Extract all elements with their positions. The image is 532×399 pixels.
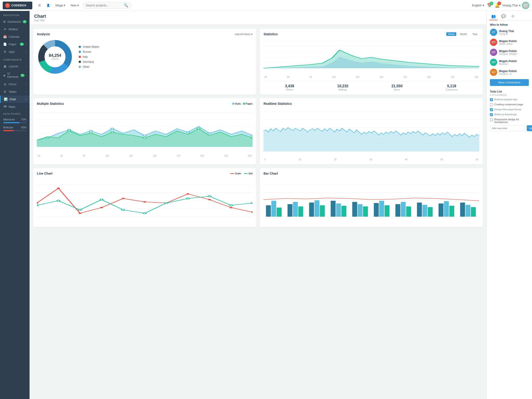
todo-check-3[interactable] bbox=[490, 108, 493, 111]
legend-dot-de bbox=[79, 61, 81, 63]
notification-btn[interactable]: 🔔 2 bbox=[495, 3, 500, 8]
topnav-mega-btn[interactable]: Mega ▾ bbox=[53, 2, 68, 8]
svg-point-48 bbox=[143, 201, 146, 203]
pages-arrow: › bbox=[26, 43, 26, 45]
svg-rect-75 bbox=[298, 206, 303, 217]
dashboard-badge: 2 bbox=[23, 20, 27, 23]
svg-rect-74 bbox=[293, 202, 298, 217]
svg-point-45 bbox=[78, 213, 81, 214]
sidebar-label-pages: Pages bbox=[9, 43, 18, 46]
follow-role-1: Designer bbox=[499, 33, 514, 35]
sidebar-item-tables[interactable]: ☰ Tables › bbox=[0, 88, 30, 95]
svg-point-59 bbox=[143, 213, 146, 214]
statistics-header: Statistics Week Month Year bbox=[264, 32, 479, 36]
stat-sellings: 10,232 Sellings bbox=[337, 84, 348, 91]
layouts-icon: ▦ bbox=[3, 64, 7, 68]
svg-point-27 bbox=[89, 133, 92, 134]
svg-rect-85 bbox=[374, 203, 379, 217]
realtime-stats-title: Realtime Statistics bbox=[264, 102, 292, 106]
svg-rect-77 bbox=[314, 200, 319, 217]
statistics-svg bbox=[264, 39, 479, 75]
tab-year[interactable]: Year bbox=[471, 32, 479, 36]
svg-rect-72 bbox=[277, 208, 282, 217]
topnav-user-icon[interactable]: 👤 bbox=[44, 2, 52, 8]
todo-item-4: Build a js based app bbox=[490, 113, 529, 116]
sidebar-item-mailbox[interactable]: ✉ Mailbox bbox=[0, 25, 30, 33]
svg-point-29 bbox=[143, 137, 146, 139]
svg-rect-97 bbox=[460, 203, 465, 217]
who-to-follow-title: Who to follow bbox=[487, 20, 532, 27]
sidebar-item-forms[interactable]: ⊟ Forms › bbox=[0, 81, 30, 88]
rp-tab-chat[interactable]: 💬 bbox=[500, 13, 508, 20]
follow-name-3: Mogen Polish bbox=[499, 50, 517, 53]
svg-point-60 bbox=[165, 202, 168, 204]
topnav-new-btn[interactable]: New ▾ bbox=[69, 2, 81, 8]
rp-tab-users[interactable]: 👥 bbox=[489, 13, 498, 20]
todo-add-button[interactable]: Add bbox=[527, 125, 532, 131]
milestone-bar-bg bbox=[3, 122, 26, 123]
line-chart-title: Line Chart bbox=[37, 172, 52, 175]
sidebar-item-apps[interactable]: ⚙ Apps › bbox=[0, 48, 30, 56]
todo-check-4[interactable] bbox=[490, 113, 493, 116]
sidebar-item-ui[interactable]: ◈ UI Elements 5 › bbox=[0, 70, 30, 81]
svg-rect-86 bbox=[379, 201, 384, 217]
todo-check-1[interactable] bbox=[490, 98, 493, 101]
todo-add-input[interactable] bbox=[490, 125, 526, 131]
multiple-stats-svg bbox=[37, 108, 253, 154]
svg-point-61 bbox=[186, 198, 189, 199]
follow-avatar-3: MP bbox=[490, 49, 497, 56]
calendar-icon: 📅 bbox=[3, 35, 7, 38]
search-input[interactable] bbox=[86, 4, 122, 7]
chart-arrow: › bbox=[26, 98, 26, 101]
realtime-svg bbox=[264, 108, 479, 158]
calendar-btn[interactable]: 📅 5 bbox=[487, 3, 492, 8]
time-selector[interactable]: Last 24 Hours ▾ bbox=[235, 33, 253, 36]
rp-tab-settings[interactable]: ⚙ bbox=[509, 13, 516, 20]
svg-point-56 bbox=[78, 209, 81, 210]
sidebar: Navigation ⊞ Dashboard 2 › ✉ Mailbox 📅 C… bbox=[0, 11, 30, 399]
sidebar-item-maps[interactable]: 🗺 Maps › bbox=[0, 103, 30, 110]
forms-icon: ⊟ bbox=[3, 82, 7, 86]
donut-chart: 84,254 VISITS bbox=[37, 39, 73, 75]
sidebar-label-mailbox: Mailbox bbox=[9, 28, 26, 31]
ui-arrow: › bbox=[26, 74, 27, 77]
todo-item-1: Build an angular app bbox=[490, 98, 529, 101]
topnav-right: English ▾ 📅 5 🔔 2 Hoang.Thai ▾ HT bbox=[472, 2, 529, 9]
more-connections-btn[interactable]: More Connections bbox=[490, 79, 529, 86]
stat-orders: 3,438 Orders bbox=[285, 84, 294, 91]
topnav: ⬡ CODEBOX ☰ 👤 Mega ▾ New ▾ 🔍 English ▾ 📅… bbox=[0, 0, 532, 11]
svg-rect-84 bbox=[363, 206, 368, 217]
user-menu[interactable]: Hoang.Thai ▾ HT bbox=[502, 2, 529, 9]
sidebar-label-dashboard: Dashboard bbox=[7, 20, 21, 23]
svg-rect-90 bbox=[406, 206, 411, 217]
todo-label-3: Design One page theme bbox=[494, 108, 521, 111]
svg-rect-76 bbox=[309, 203, 314, 217]
sidebar-item-layouts[interactable]: ▦ Layouts › bbox=[0, 63, 30, 70]
page-title: Chart bbox=[34, 14, 482, 19]
sidebar-item-pages[interactable]: 📄 Pages 5 › bbox=[0, 40, 30, 48]
topnav-hamburger[interactable]: ☰ bbox=[36, 2, 43, 8]
legend-sell-line bbox=[244, 173, 247, 174]
logo[interactable]: ⬡ CODEBOX bbox=[3, 2, 32, 9]
svg-point-52 bbox=[230, 207, 233, 208]
sidebar-item-chart[interactable]: 📊 Chart › bbox=[0, 95, 30, 103]
tab-week[interactable]: Week bbox=[446, 32, 456, 36]
svg-rect-92 bbox=[422, 205, 427, 217]
statistics-x-labels: 255075 100125150 175200225 250 bbox=[264, 76, 479, 78]
tab-month[interactable]: Month bbox=[458, 32, 469, 36]
language-selector[interactable]: English ▾ bbox=[472, 4, 484, 7]
sidebar-item-calendar[interactable]: 📅 Calendar bbox=[0, 33, 30, 40]
legend-other: Other bbox=[79, 65, 99, 69]
sidebar-item-dashboard[interactable]: ⊞ Dashboard 2 › bbox=[0, 18, 30, 25]
line-chart-header: Line Chart Order Sell bbox=[37, 172, 253, 175]
follow-avatar-4: MP bbox=[490, 59, 497, 66]
todo-check-2[interactable] bbox=[490, 103, 493, 106]
legend-us: United States bbox=[79, 45, 99, 48]
todo-check-5[interactable] bbox=[490, 118, 493, 121]
svg-rect-99 bbox=[471, 207, 476, 217]
topnav-links: ☰ 👤 Mega ▾ New ▾ bbox=[36, 2, 81, 8]
legend-order-line bbox=[230, 173, 234, 174]
svg-rect-71 bbox=[272, 201, 276, 217]
release-label: Release bbox=[3, 126, 13, 129]
statistics-stats-row: 3,438 Orders 10,232 Sellings 21,550 Item… bbox=[264, 81, 479, 91]
